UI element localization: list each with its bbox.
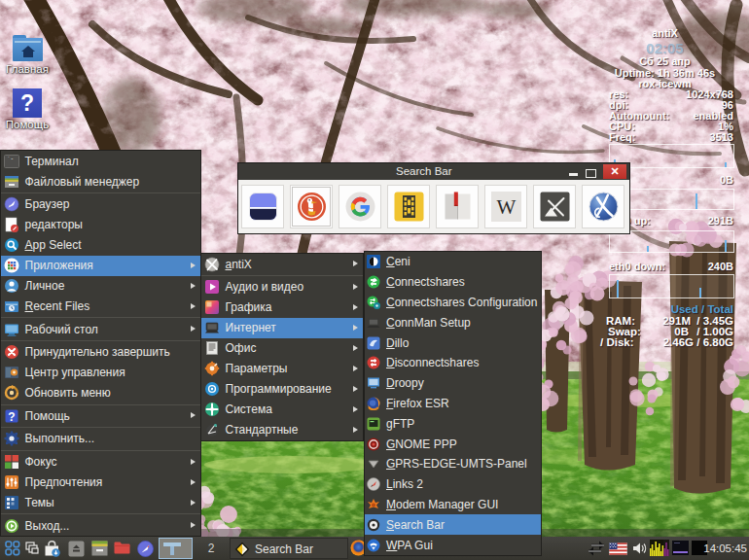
svg-text:W: W xyxy=(497,195,517,219)
svg-text:`-: `- xyxy=(7,156,14,162)
svg-text:?: ? xyxy=(8,409,15,423)
